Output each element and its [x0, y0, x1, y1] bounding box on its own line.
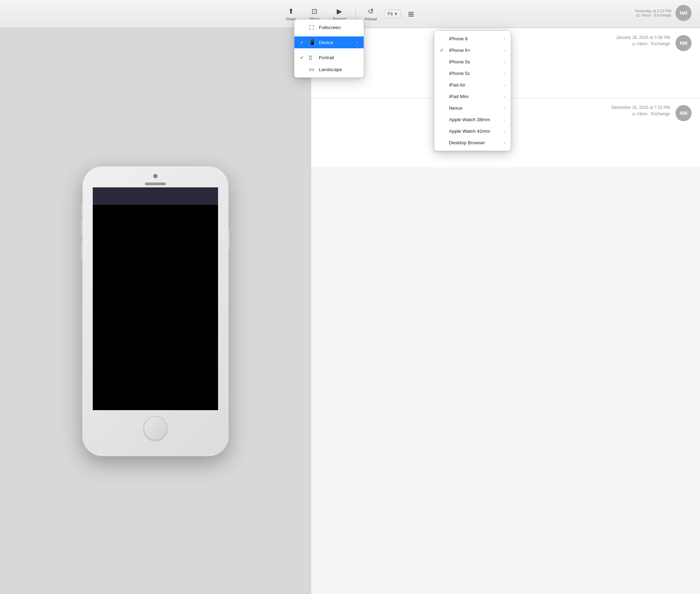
fullscreen-check: [300, 25, 306, 30]
iphone6plus-chevron-icon: ›: [504, 48, 505, 53]
iphone-top-section: [83, 166, 228, 185]
nexus-item[interactable]: Nexus ›: [434, 102, 511, 114]
iphone-mockup: [82, 166, 229, 456]
iphone5c-label: iPhone 5c: [449, 71, 470, 76]
ipad-mini-chevron-icon: ›: [504, 95, 505, 99]
folder-icon: 🗂: [636, 13, 640, 17]
dropdown-container: ⛶ Fullscreen ✓ 📱 Device › ✓ ▯ Portrait ▭…: [294, 19, 364, 78]
apple-watch-42-item[interactable]: Apple Watch 42mm ›: [434, 125, 511, 137]
entry-date-1: January 18, 2016 at 3:38 PM: [616, 35, 670, 40]
iphone5s-item[interactable]: iPhone 5s ›: [434, 56, 511, 68]
ipad-air-label: iPad Air: [449, 82, 465, 88]
folder-icon-1: 🗂: [632, 41, 636, 46]
ipad-air-chevron-icon: ›: [504, 83, 505, 87]
iphone5s-chevron-icon: ›: [504, 60, 505, 64]
apple-watch-38-chevron-icon: ›: [504, 118, 505, 122]
nexus-chevron-icon: ›: [504, 106, 505, 110]
zoom-value: Fit: [388, 11, 393, 16]
desktop-browser-label: Desktop Browser: [449, 140, 485, 145]
fullscreen-menu-item[interactable]: ⛶ Fullscreen: [294, 22, 364, 33]
device-icon: 📱: [309, 39, 315, 46]
ipad-mini-item[interactable]: iPad Mini ›: [434, 91, 511, 102]
iphone5s-label: iPhone 5s: [449, 59, 470, 64]
landscape-icon: ▭: [309, 66, 315, 72]
reload-label: Reload: [365, 17, 377, 21]
landscape-menu-item[interactable]: ▭ Landscape: [294, 63, 364, 75]
share-icon: ⬆: [288, 7, 294, 15]
view-button[interactable]: ⊞: [402, 7, 420, 21]
zoom-control[interactable]: Fit ▾: [384, 9, 401, 18]
iphone-speaker: [145, 182, 166, 185]
device-check: ✓: [300, 40, 306, 45]
iphone5c-chevron-icon: ›: [504, 71, 505, 76]
top-right-info: Yesterday at 2:12 PM 🗂 Inbox - Exchange …: [635, 5, 692, 21]
top-date: Yesterday at 2:12 PM: [635, 9, 671, 13]
toolbar-group-right: ↺ Reload Fit ▾ ⊞: [358, 4, 420, 24]
portrait-label: Portrait: [319, 55, 358, 60]
ipad-mini-check: [440, 94, 446, 99]
power-button: [228, 229, 230, 250]
iphone6-item[interactable]: iPhone 6 ›: [434, 33, 511, 44]
present-icon: ▶: [337, 7, 342, 15]
desktop-browser-chevron-icon: ›: [504, 141, 505, 145]
entry-date-2: December 16, 2015 at 7:15 PM: [611, 105, 670, 110]
view-icon: ⊞: [408, 10, 414, 18]
device-chevron-icon: ›: [357, 40, 358, 44]
iphone6plus-item[interactable]: ✓ iPhone 6+ ›: [434, 44, 511, 56]
device-menu-item[interactable]: ✓ 📱 Device ›: [294, 36, 364, 48]
silent-switch: [81, 205, 83, 215]
primary-dropdown: ⛶ Fullscreen ✓ 📱 Device › ✓ ▯ Portrait ▭…: [294, 19, 364, 78]
apple-watch-42-check: [440, 129, 446, 134]
desktop-browser-check: [440, 140, 446, 145]
apple-watch-42-chevron-icon: ›: [504, 129, 505, 133]
iphone-camera: [153, 174, 158, 178]
iphone6-label: iPhone 6: [449, 36, 468, 41]
reload-icon: ↺: [368, 7, 374, 15]
menu-sep-2: [294, 50, 364, 50]
entry-meta-2: December 16, 2015 at 7:15 PM 🗂 Inbox - E…: [611, 105, 670, 116]
iphone5s-check: [440, 59, 446, 64]
menu-sep-1: [294, 35, 364, 35]
avatar: NM: [676, 5, 692, 21]
apple-watch-38-label: Apple Watch 38mm: [449, 117, 490, 122]
entry-meta-1: January 18, 2016 at 3:38 PM 🗂 Inbox - Ex…: [616, 35, 670, 46]
iphone-screen: [93, 187, 218, 410]
avatar-1: NM: [676, 35, 692, 51]
apple-watch-38-check: [440, 117, 446, 122]
apple-watch-38-item[interactable]: Apple Watch 38mm ›: [434, 114, 511, 125]
entry-source-2: 🗂 Inbox - Exchange: [632, 111, 670, 116]
volume-up-button: [81, 219, 83, 236]
portrait-menu-item[interactable]: ✓ ▯ Portrait: [294, 51, 364, 63]
desktop-browser-item[interactable]: Desktop Browser ›: [434, 137, 511, 148]
landscape-label: Landscape: [319, 67, 358, 72]
iphone5c-item[interactable]: iPhone 5c ›: [434, 68, 511, 79]
iphone6-chevron-icon: ›: [504, 37, 505, 41]
top-source-label: Inbox - Exchange: [641, 13, 671, 17]
ipad-mini-label: iPad Mini: [449, 94, 469, 99]
entry-source-1: 🗂 Inbox - Exchange: [632, 41, 670, 46]
main-preview-area: [0, 28, 311, 594]
nexus-check: [440, 105, 446, 111]
mirror-icon: ⊡: [312, 7, 317, 15]
folder-icon-2: 🗂: [632, 111, 636, 116]
fullscreen-icon: ⛶: [309, 25, 315, 30]
device-submenu: iPhone 6 › ✓ iPhone 6+ › iPhone 5s › iPh…: [434, 30, 511, 151]
ipad-air-item[interactable]: iPad Air ›: [434, 79, 511, 91]
fullscreen-label: Fullscreen: [319, 25, 358, 30]
nexus-label: Nexus: [449, 105, 462, 111]
iphone6-check: [440, 36, 446, 41]
iphone-home-button[interactable]: [144, 416, 167, 440]
volume-down-button: [81, 242, 83, 259]
ipad-air-check: [440, 82, 446, 88]
toolbar-separator-1: [355, 7, 356, 21]
zoom-chevron-icon: ▾: [395, 11, 397, 16]
avatar-2: NM: [676, 105, 692, 121]
top-right-meta: Yesterday at 2:12 PM 🗂 Inbox - Exchange: [635, 9, 671, 17]
device-label: Device: [319, 40, 353, 45]
portrait-icon: ▯: [309, 54, 315, 61]
landscape-check: [300, 67, 306, 72]
top-source: 🗂 Inbox - Exchange: [635, 13, 671, 17]
iphone-status-bar: [93, 187, 218, 205]
iphone6plus-check: ✓: [440, 48, 446, 53]
portrait-check: ✓: [300, 55, 306, 60]
